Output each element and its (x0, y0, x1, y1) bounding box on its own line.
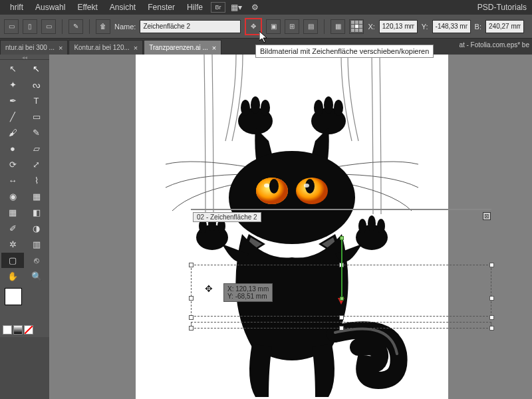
paintbrush-tool[interactable]: 🖌 (1, 125, 24, 140)
artboard[interactable] (136, 55, 448, 399)
blend-tool[interactable]: ◑ (25, 221, 48, 236)
reference-point-button[interactable] (349, 19, 364, 34)
new-artboard-button[interactable]: ✎ (68, 19, 83, 34)
hand-tool[interactable]: ✋ (1, 269, 24, 284)
svg-point-24 (377, 219, 385, 233)
panel-grip[interactable]: ◂◂ (0, 55, 49, 60)
handle[interactable] (489, 315, 494, 320)
gradient-tool[interactable]: ◧ (25, 205, 48, 220)
coord-tooltip: X: 120,13 mm Y: -68,51 mm (223, 283, 273, 302)
brand-label: PSD-Tutorials (471, 3, 532, 12)
handle[interactable] (489, 326, 494, 331)
orientation-landscape-button[interactable]: ▭ (41, 19, 56, 34)
handle[interactable] (189, 315, 194, 320)
orientation-portrait-button[interactable]: ▯ (23, 19, 37, 34)
y-label: Y: (422, 23, 428, 31)
zoom-tool[interactable]: 🔍 (25, 269, 48, 284)
rotate-tool[interactable]: ⟳ (1, 157, 24, 172)
menu-item[interactable]: Effekt (71, 3, 103, 12)
magic-wand-tool[interactable]: ✦ (1, 77, 24, 92)
canvas[interactable]: 02 - Zeichenfläche 2 ⊠ ✥ X: 120,13 mm Y:… (49, 55, 532, 399)
x-input[interactable] (379, 20, 418, 33)
menu-bar: hrift Auswahl Effekt Ansicht Fenster Hil… (0, 0, 532, 15)
handle[interactable] (489, 263, 494, 267)
eraser-tool[interactable]: ▱ (25, 141, 48, 156)
handle[interactable] (339, 315, 344, 320)
width-tool[interactable]: ↔ (1, 173, 24, 188)
svg-point-2 (241, 100, 250, 116)
scale-tool[interactable]: ⤢ (25, 157, 48, 172)
drag-target-handle (340, 297, 344, 301)
perspective-tool[interactable]: ▦ (25, 189, 48, 204)
handle[interactable] (189, 296, 194, 301)
delete-artboard-button[interactable]: 🗑 (96, 19, 110, 34)
menu-item[interactable]: Hilfe (181, 3, 209, 12)
preset-button[interactable]: ▭ (4, 19, 19, 34)
menu-item[interactable]: hrift (4, 3, 29, 12)
lasso-tool[interactable]: ᔓ (25, 77, 48, 92)
name-label: Name: (114, 23, 136, 31)
menu-item[interactable]: Ansicht (104, 3, 142, 12)
bridge-icon[interactable]: Br (211, 2, 225, 13)
move-copy-artwork-button[interactable]: ✥ (245, 18, 262, 35)
gpu-icon[interactable]: ⚙ (248, 2, 263, 13)
arrange-icon[interactable]: ▦▾ (229, 2, 244, 13)
control-bar: ▭ ▯ ▭ ✎ 🗑 Name: ✥ ▣ ⊞ ▤ ▦ X: Y: B: (0, 15, 532, 39)
align-button-3[interactable]: ▤ (303, 19, 318, 34)
move-cursor-icon: ✥ (205, 283, 213, 294)
cat-illustration (152, 55, 432, 399)
slice-tool[interactable]: ⎋ (25, 253, 48, 268)
y-input[interactable] (432, 20, 471, 33)
tool-panel: ◂◂ ↖↖✦ᔓ✒T╱▭🖌✎●▱⟳⤢↔⌇◉▦▦◧✐◑✲▥▢⎋✋🔍 (0, 55, 49, 337)
svg-point-6 (314, 100, 323, 116)
artboard-close-button[interactable]: ⊠ (483, 212, 491, 220)
none-mode-button[interactable] (24, 325, 33, 334)
direct-selection-tool[interactable]: ↖ (25, 61, 48, 76)
tab[interactable]: ntur.ai bei 300 ...× (0, 40, 68, 55)
close-icon[interactable]: × (59, 44, 63, 52)
pen-tool[interactable]: ✒ (1, 93, 24, 108)
coord-y: Y: -68,51 mm (227, 293, 269, 300)
close-icon[interactable]: × (212, 44, 216, 52)
artboard-tool[interactable]: ▢ (1, 253, 24, 268)
handle[interactable] (189, 263, 194, 267)
menu-item[interactable]: Fenster (142, 3, 181, 12)
svg-point-8 (334, 100, 343, 116)
gradient-mode-button[interactable] (13, 325, 23, 334)
color-mode-button[interactable] (3, 325, 12, 334)
rectangle-tool[interactable]: ▭ (25, 109, 48, 124)
selection-tool[interactable]: ↖ (1, 61, 24, 76)
svg-point-12 (269, 179, 279, 194)
w-input[interactable] (485, 20, 524, 33)
svg-point-3 (251, 96, 260, 114)
align-button-4[interactable]: ▦ (331, 19, 345, 34)
coord-x: X: 120,13 mm (227, 285, 269, 293)
handle[interactable] (189, 326, 194, 331)
eyedropper-tool[interactable]: ✐ (1, 221, 24, 236)
mesh-tool[interactable]: ▦ (1, 205, 24, 220)
overflow-tab-label: at - Fotolia.com.eps* be (459, 41, 529, 49)
blob-brush-tool[interactable]: ● (1, 141, 24, 156)
fill-swatch[interactable] (5, 288, 22, 305)
w-label: B: (475, 23, 481, 31)
menu-item[interactable]: Auswahl (29, 3, 71, 12)
warp-tool[interactable]: ⌇ (25, 173, 48, 188)
shape-builder-tool[interactable]: ◉ (1, 189, 24, 204)
tab[interactable]: Tranzparenzen.ai ...× (144, 40, 221, 55)
artboard-edge (191, 209, 491, 210)
svg-point-15 (264, 184, 269, 188)
column-graph-tool[interactable]: ▥ (25, 237, 48, 252)
type-tool[interactable]: T (25, 93, 48, 108)
handle[interactable] (489, 296, 494, 301)
line-tool[interactable]: ╱ (1, 109, 24, 124)
pencil-tool[interactable]: ✎ (25, 125, 48, 140)
tab[interactable]: Kontur.ai bei 120...× (68, 40, 143, 55)
handle[interactable] (339, 326, 344, 331)
align-button-2[interactable]: ⊞ (285, 19, 299, 34)
svg-point-4 (261, 100, 270, 116)
symbol-sprayer-tool[interactable]: ✲ (1, 237, 24, 252)
artboard-label[interactable]: 02 - Zeichenfläche 2 (193, 212, 261, 222)
align-button-1[interactable]: ▣ (266, 19, 281, 34)
close-icon[interactable]: × (134, 44, 138, 52)
artboard-name-input[interactable] (140, 20, 241, 33)
